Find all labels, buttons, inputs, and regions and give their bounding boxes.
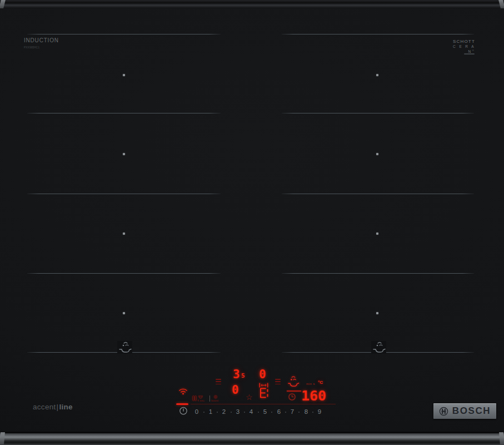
schott-ceran-logo: SCHOTT C E R A N® <box>445 39 475 54</box>
power-key[interactable] <box>179 406 188 415</box>
model-number: PXX995HC1 <box>24 46 39 49</box>
zone-center-dot <box>123 312 125 314</box>
boost-icon <box>213 395 218 399</box>
slider-level-6[interactable]: 6 <box>276 409 282 416</box>
cooking-zone-line <box>282 113 474 113</box>
slider-dot <box>312 412 313 413</box>
timer-clock-key[interactable] <box>288 393 296 401</box>
bottom-bezel-highlight <box>0 433 504 441</box>
slider-dot <box>285 412 286 413</box>
right-zone-power-display[interactable]: 0 <box>259 369 266 380</box>
left-zone-power-display[interactable]: 3 <box>233 369 240 380</box>
left-zone-secondary-display[interactable]: 0 <box>232 384 239 396</box>
pan-sensor-icon <box>117 341 132 354</box>
slider-level-0[interactable]: 0 <box>193 409 200 416</box>
induction-hob: INDUCTION PXX995HC1 SCHOTT C E R A N® ac… <box>0 0 504 445</box>
legend-divider <box>209 395 210 402</box>
zone-center-dot <box>123 153 125 155</box>
childlock-cells-icon <box>192 395 197 401</box>
zone-center-dot <box>123 74 125 76</box>
boost-label: boost <box>211 399 218 402</box>
bottom-bezel-lower <box>0 441 504 445</box>
accentline-bold: line <box>59 403 72 411</box>
slider-dot <box>298 412 300 413</box>
zone-center-dot <box>376 74 378 76</box>
pan-size-arrows-icon <box>259 383 268 388</box>
zone-center-dot <box>376 233 378 235</box>
timer-unit-label: min s <box>306 383 315 386</box>
cooking-zone-line <box>282 34 474 34</box>
bottom-bezel-right-cap <box>499 432 504 444</box>
childlock-label: 4 sec <box>197 399 204 402</box>
cooking-zone-line <box>27 113 221 113</box>
slider-dot <box>231 412 232 413</box>
pan-symbol-segment-icon <box>260 388 268 398</box>
slider-dot <box>258 412 259 413</box>
slider-level-3[interactable]: 3 <box>234 409 241 416</box>
slider-level-1[interactable]: 1 <box>207 409 214 416</box>
zone-center-dot <box>376 153 378 155</box>
bosch-logo-badge: BOSCH <box>433 403 496 419</box>
temp-unit-label: °C <box>318 380 323 385</box>
slider-level-2[interactable]: 2 <box>221 409 227 416</box>
slider-level-4[interactable]: 4 <box>248 409 255 416</box>
slider-track-line <box>191 404 336 404</box>
schott-ceran-subtext-blur <box>464 53 475 55</box>
left-zone-half-step-display: 5 <box>241 373 245 379</box>
zone-select-right-icon <box>275 379 281 386</box>
zone-select-left-icon <box>216 379 221 386</box>
cooking-zone-line <box>27 273 221 274</box>
slider-dot <box>244 412 245 413</box>
fry-sensor-underline <box>287 390 301 392</box>
glass-surface <box>0 8 504 432</box>
slider-level-9[interactable]: 9 <box>316 409 323 416</box>
fry-sensor-icon <box>287 375 300 388</box>
slider-dot <box>217 412 218 413</box>
zone-center-dot <box>123 233 125 235</box>
slider-dot <box>203 412 204 413</box>
accentline-series-label: accent|line <box>33 403 73 411</box>
slider-active-segment <box>176 403 188 405</box>
slider-dot <box>271 412 272 413</box>
bosch-wordmark: BOSCH <box>452 406 491 417</box>
wifi-icon <box>178 387 188 395</box>
temperature-display[interactable]: 160 <box>301 389 326 403</box>
bosch-armature-icon <box>439 407 448 416</box>
pan-sensor-icon <box>371 341 386 354</box>
zone-center-dot <box>376 312 378 314</box>
slider-level-7[interactable]: 7 <box>289 409 296 416</box>
cooking-zone-line <box>282 194 474 194</box>
accentline-light: accent <box>33 403 56 411</box>
registered-mark: ® <box>472 49 475 52</box>
cooking-zone-line <box>27 194 221 194</box>
top-bezel <box>0 0 504 8</box>
schott-logo-line1: SCHOTT <box>445 39 475 44</box>
cooking-zone-line <box>27 34 221 34</box>
induction-label: INDUCTION <box>24 37 59 43</box>
slider-level-5[interactable]: 5 <box>262 409 268 416</box>
cooking-zone-line <box>282 273 474 274</box>
schott-logo-line2: C E R A N® <box>445 44 475 54</box>
slider-level-8[interactable]: 8 <box>303 409 310 416</box>
favourite-star-key[interactable]: ☆ <box>246 393 253 401</box>
